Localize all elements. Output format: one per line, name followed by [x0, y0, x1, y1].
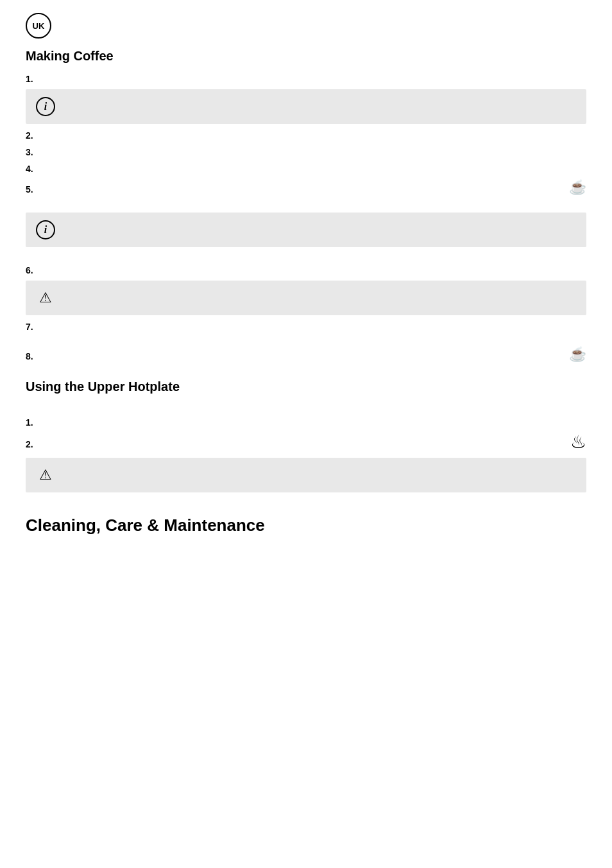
- step-8-row: 8. ☕: [26, 345, 586, 364]
- upper-hotplate-title: Using the Upper Hotplate: [26, 379, 586, 394]
- coffee-cup-icon-1: ☕: [569, 179, 586, 196]
- hotplate-step-1: 1.: [26, 417, 586, 428]
- warning-icon-1: ⚠: [36, 288, 55, 308]
- making-coffee-title: Making Coffee: [26, 49, 586, 64]
- coffee-cup-icon-2: ☕: [569, 346, 586, 363]
- info-bar-1: i: [26, 89, 586, 124]
- warning-icon-2: ⚠: [36, 465, 55, 485]
- warning-bar-2: ⚠: [26, 458, 586, 492]
- step-5-label: 5.: [26, 184, 33, 195]
- step-4: 4.: [26, 164, 586, 174]
- warning-bar-1: ⚠: [26, 281, 586, 315]
- info-bar-2: i: [26, 213, 586, 247]
- step-7: 7.: [26, 322, 586, 332]
- info-icon-1: i: [36, 97, 55, 116]
- cleaning-title: Cleaning, Care & Maintenance: [26, 516, 586, 535]
- step-3: 3.: [26, 147, 586, 157]
- step-5-row: 5. ☕: [26, 178, 586, 197]
- info-icon-2: i: [36, 220, 55, 239]
- hotplate-step-2-row: 2. ♨: [26, 431, 586, 453]
- step-1: 1.: [26, 74, 586, 84]
- step-8-label: 8.: [26, 351, 33, 361]
- hotplate-step-2-label: 2.: [26, 439, 33, 449]
- hotplate-icon: ♨: [570, 431, 586, 453]
- step-2: 2.: [26, 130, 586, 141]
- uk-badge: UK: [26, 13, 51, 39]
- step-6: 6.: [26, 265, 586, 275]
